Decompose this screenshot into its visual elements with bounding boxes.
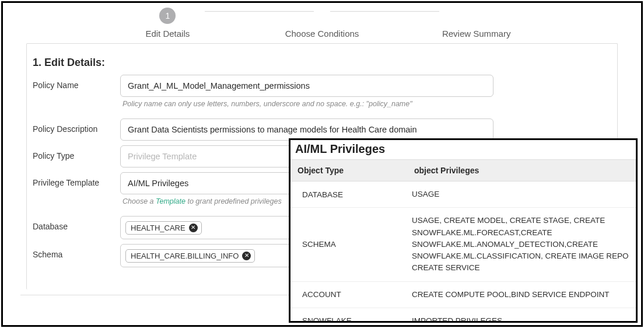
step-connector [330,11,439,12]
section-title: 1. Edit Details: [33,57,606,69]
chip-label: HEALTH_CARE.BILLING_INFO [131,252,239,260]
policy-name-label: Policy Name [33,75,120,90]
policy-description-label: Policy Description [33,118,120,134]
step-label: Choose Conditions [285,29,359,39]
step-label: Review Summary [442,29,511,39]
col-object-type: Object Type [290,160,407,181]
stepper: 1 Edit Details 2 Choose Conditions 3 Rev… [3,3,641,39]
table-row: DATABASE USAGE [290,182,636,208]
cell-object-type: SNOWFLAKE [290,308,407,323]
step-number: 3 [468,8,485,24]
chip-billing-info: HEALTH_CARE.BILLING_INFO ✕ [125,249,255,263]
schema-label: Schema [33,244,120,259]
chip-label: HEALTH_CARE [131,224,186,232]
template-link[interactable]: Template [156,197,186,205]
policy-type-label: Policy Type [33,145,120,160]
policy-description-input[interactable] [120,118,494,141]
chip-remove-icon[interactable]: ✕ [242,252,251,260]
policy-name-hint: Policy name can only use letters, number… [123,100,491,108]
cell-privileges: CREATE COMPUTE POOL,BIND SERVICE ENDPOIN… [407,282,636,308]
step-connector [205,11,314,12]
cell-privileges: USAGE, CREATE MODEL, CREATE STAGE, CREAT… [407,208,636,281]
table-row: ACCOUNT CREATE COMPUTE POOL,BIND SERVICE… [290,282,636,308]
database-label: Database [33,216,120,231]
cell-object-type: ACCOUNT [290,282,407,308]
cell-object-type: DATABASE [290,182,407,207]
policy-name-input[interactable] [120,75,494,97]
step-label: Edit Details [145,29,190,39]
step-number: 2 [314,8,330,24]
chip-health-care: HEALTH_CARE ✕ [125,221,202,235]
table-row: SCHEMA USAGE, CREATE MODEL, CREATE STAGE… [290,208,636,281]
step-review-summary[interactable]: 3 Review Summary [399,8,554,39]
privileges-popup: AI/ML Privileges Object Type object Priv… [289,138,638,323]
step-choose-conditions[interactable]: 2 Choose Conditions [245,8,400,39]
cell-object-type: SCHEMA [290,208,407,281]
cell-privileges: IMPORTED PRIVILEGES [407,308,636,323]
cell-privileges: USAGE [407,182,636,207]
step-number: 1 [159,8,176,24]
chip-remove-icon[interactable]: ✕ [189,224,198,232]
step-edit-details[interactable]: 1 Edit Details [90,8,245,39]
col-object-privileges: object Privileges [407,160,636,181]
table-row: SNOWFLAKE IMPORTED PRIVILEGES [290,308,636,323]
window-frame: 1 Edit Details 2 Choose Conditions 3 Rev… [1,1,643,327]
popup-title: AI/ML Privileges [290,140,636,159]
privilege-template-value: AI/ML Privileges [128,179,188,188]
popup-table-header: Object Type object Privileges [290,159,636,182]
privilege-template-label: Privilege Template [33,172,120,187]
